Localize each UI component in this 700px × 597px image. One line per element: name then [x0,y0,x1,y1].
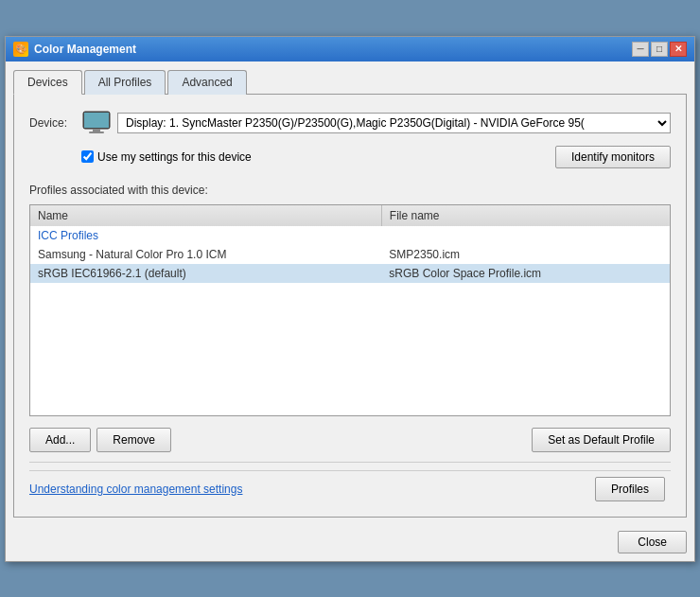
tab-content-devices: Device: Display: 1. SyncMaster P2350(G)/… [13,94,687,518]
table-empty-row [30,283,670,415]
table-body: ICC Profiles Samsung - Natural Color Pro… [30,226,670,415]
footer-row: Understanding color management settings … [29,470,671,501]
svg-rect-1 [84,113,109,128]
profiles-button[interactable]: Profiles [595,477,665,501]
window-icon: 🎨 [13,42,28,57]
use-settings-checkbox[interactable] [81,150,94,163]
remove-button[interactable]: Remove [96,428,171,452]
device-label: Device: [29,116,81,130]
monitor-icon [81,110,112,136]
profile-name-cell: sRGB IEC61966-2.1 (default) [30,264,381,283]
profiles-table-wrapper: Name File name ICC Profiles Samsung - Na… [29,204,671,416]
use-settings-label: Use my settings for this device [97,150,252,164]
title-close-button[interactable]: ✕ [670,42,687,57]
color-management-window: 🎨 Color Management ─ □ ✕ Devices All Pro… [5,36,695,562]
col-filename: File name [381,205,670,226]
col-name: Name [30,205,381,226]
profile-filename-cell: sRGB Color Space Profile.icm [381,264,670,283]
set-default-button[interactable]: Set as Default Profile [532,428,671,452]
minimize-button[interactable]: ─ [632,42,649,57]
settings-row: Use my settings for this device Identify… [81,146,671,168]
profiles-section-label: Profiles associated with this device: [29,184,671,197]
table-row[interactable]: Samsung - Natural Color Pro 1.0 ICM SMP2… [30,245,670,264]
svg-rect-3 [89,132,104,133]
close-button[interactable]: Close [618,531,687,553]
profile-filename-cell: SMP2350.icm [381,245,670,264]
table-header-row: Name File name [30,205,670,226]
device-select[interactable]: Display: 1. SyncMaster P2350(G)/P23500(G… [117,113,671,133]
color-management-link[interactable]: Understanding color management settings [29,483,242,496]
table-row[interactable]: sRGB IEC61966-2.1 (default) sRGB Color S… [30,264,670,283]
title-controls: ─ □ ✕ [632,42,687,57]
tab-advanced[interactable]: Advanced [167,70,246,95]
window-title: Color Management [34,43,136,56]
divider [29,462,671,463]
tab-devices[interactable]: Devices [13,70,82,95]
profile-action-buttons: Add... Remove Set as Default Profile [29,428,671,452]
add-button[interactable]: Add... [29,428,91,452]
table-row[interactable]: ICC Profiles [30,226,670,245]
profiles-table: Name File name ICC Profiles Samsung - Na… [30,205,670,415]
main-content: Devices All Profiles Advanced Device: Di… [6,61,694,525]
tab-all-profiles[interactable]: All Profiles [84,70,166,95]
maximize-button[interactable]: □ [651,42,668,57]
tab-bar: Devices All Profiles Advanced [13,69,687,94]
title-bar: 🎨 Color Management ─ □ ✕ [6,37,694,61]
device-row: Device: Display: 1. SyncMaster P2350(G)/… [29,110,671,136]
icc-profiles-link[interactable]: ICC Profiles [30,226,670,245]
window-close-area: Close [6,525,694,561]
svg-rect-2 [93,129,100,132]
identify-monitors-button[interactable]: Identify monitors [555,146,671,168]
profile-name-cell: Samsung - Natural Color Pro 1.0 ICM [30,245,381,264]
